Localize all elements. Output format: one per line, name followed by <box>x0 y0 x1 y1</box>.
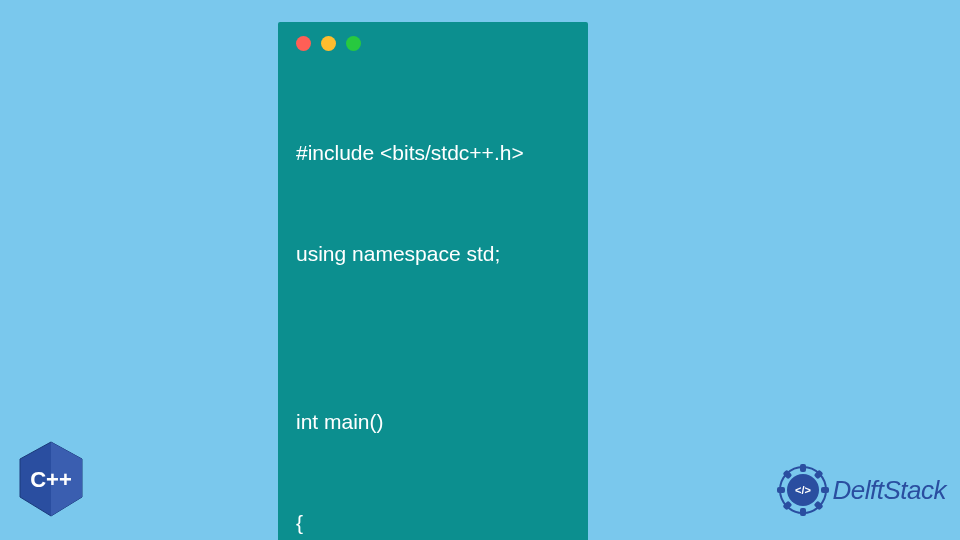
code-block: #include <bits/stdc++.h> using namespace… <box>296 69 570 540</box>
brand-logo: </> DelftStack <box>777 464 947 516</box>
gear-icon: </> <box>777 464 829 516</box>
maximize-icon <box>346 36 361 51</box>
code-line: { <box>296 506 570 540</box>
window-traffic-lights <box>296 36 570 51</box>
code-window: #include <bits/stdc++.h> using namespace… <box>278 22 588 540</box>
svg-rect-9 <box>777 487 785 493</box>
code-line: #include <bits/stdc++.h> <box>296 136 570 170</box>
minimize-icon <box>321 36 336 51</box>
svg-rect-3 <box>800 464 806 472</box>
cpp-label: C++ <box>30 467 72 492</box>
svg-rect-5 <box>821 487 829 493</box>
cpp-language-icon: C++ <box>16 440 86 518</box>
code-line: using namespace std; <box>296 237 570 271</box>
close-icon <box>296 36 311 51</box>
svg-rect-7 <box>800 508 806 516</box>
code-line: int main() <box>296 405 570 439</box>
brand-name: DelftStack <box>833 475 947 506</box>
svg-text:</>: </> <box>795 484 811 496</box>
